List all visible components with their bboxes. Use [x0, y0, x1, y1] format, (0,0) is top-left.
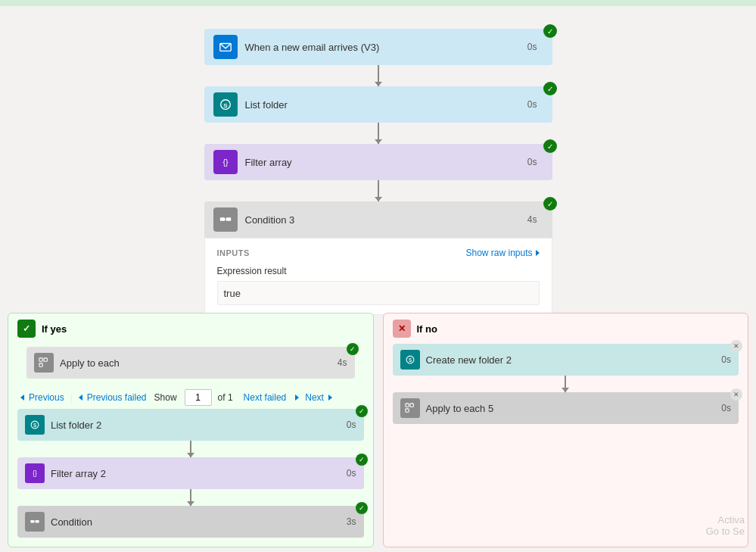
filterarray2-time: 0s [347, 468, 356, 479]
show-label: Show [154, 392, 177, 403]
node-email[interactable]: When a new email arrives (V3) 0s ✓ [204, 29, 552, 65]
if-no-node-1-wrapper: S Create new folder 2 0s ✕ [393, 344, 739, 376]
condition3-node-label: Condition 3 [245, 214, 520, 226]
filterarray2-label: Filter array 2 [51, 468, 341, 479]
node-applytoeach5[interactable]: Apply to each 5 0s [393, 392, 739, 424]
listfolder-node-check: ✓ [543, 82, 557, 95]
top-bar [0, 0, 756, 6]
next-button[interactable]: Next [305, 392, 324, 403]
node-condition3[interactable]: Condition 3 4s ✓ [204, 201, 552, 238]
sub-connector-1 [190, 441, 191, 457]
applytoeach5-close[interactable]: ✕ [730, 388, 742, 401]
filterarray-node-label: Filter array [245, 157, 520, 168]
connector-1 [378, 65, 379, 86]
applytoeach5-time: 0s [721, 403, 731, 413]
if-yes-icon: ✓ [17, 320, 36, 338]
sub-connector-2 [190, 489, 191, 506]
of-text: of 1 [218, 392, 233, 403]
if-yes-header: ✓ If yes [8, 313, 373, 344]
listfolder2-label: List folder 2 [51, 419, 341, 431]
sharepoint-icon-3: S [400, 350, 420, 370]
if-no-section: ✕ If no S Create new folder 2 [383, 313, 749, 547]
apply-each5-icon [400, 398, 420, 418]
svg-text:S: S [33, 423, 36, 428]
svg-text:S: S [408, 357, 411, 363]
sharepoint-icon-1: S [213, 92, 238, 117]
svg-rect-20 [405, 409, 408, 412]
node-listfolder2[interactable]: S List folder 2 0s ✓ [17, 409, 364, 441]
condition-panel: INPUTS Show raw inputs Expression result… [204, 238, 552, 315]
condition-sub-time: 3s [347, 516, 356, 527]
node-condition-sub[interactable]: Condition 3s ✓ [17, 506, 364, 538]
apply-each-icon [34, 353, 54, 373]
listfolder-node-label: List folder [245, 99, 520, 111]
filterarray-node-check: ✓ [543, 139, 557, 153]
expr-value: true [217, 281, 540, 305]
node-listfolder[interactable]: S List folder 0s ✓ [204, 86, 552, 123]
canvas: When a new email arrives (V3) 0s ✓ S Lis… [0, 6, 756, 552]
svg-rect-19 [410, 404, 413, 407]
condition-sub-icon [25, 512, 45, 532]
condition-sub-check: ✓ [356, 502, 368, 514]
main-flow: When a new email arrives (V3) 0s ✓ S Lis… [204, 29, 552, 315]
condition3-icon [213, 207, 238, 232]
expr-label: Expression result [217, 266, 540, 276]
prev-button[interactable]: Previous [29, 392, 64, 403]
if-yes-label: If yes [42, 323, 67, 335]
pagination-row: Previous | Previous failed Show of 1 Nex… [8, 386, 373, 409]
watermark-line1: Activa [706, 514, 745, 525]
email-node-time: 0s [527, 42, 537, 52]
activate-watermark: Activa Go to Se [706, 514, 745, 537]
filterarray-node-time: 0s [527, 157, 537, 167]
node-createnewfolder2[interactable]: S Create new folder 2 0s [393, 344, 739, 376]
applytoeach5-label: Apply to each 5 [426, 403, 716, 414]
apply-node-time: 4s [338, 357, 347, 368]
bottom-sections: ✓ If yes Apply to each 4s ✓ [8, 313, 748, 547]
svg-text:{}: {} [33, 469, 37, 477]
sub-node-container: S List folder 2 0s ✓ {} Filter array [8, 409, 373, 547]
sharepoint-icon-2: S [25, 415, 45, 435]
watermark-line2: Go to Se [706, 525, 745, 537]
svg-rect-14 [36, 520, 39, 523]
svg-text:{}: {} [222, 157, 229, 167]
prev-chevron-icon [20, 395, 24, 401]
apply-to-each-node[interactable]: Apply to each 4s ✓ [26, 347, 355, 379]
inputs-label: INPUTS [217, 248, 250, 257]
condition-sub-label: Condition [51, 516, 341, 528]
email-node-label: When a new email arrives (V3) [245, 42, 520, 53]
sub-connector-ifno-1 [565, 376, 566, 392]
svg-text:S: S [223, 102, 228, 109]
prev-failed-chevron-icon [79, 395, 82, 401]
svg-rect-9 [39, 363, 42, 366]
prev-failed-button[interactable]: Previous failed [87, 392, 147, 403]
condition3-node-check: ✓ [543, 197, 557, 211]
inputs-header: INPUTS Show raw inputs [217, 248, 540, 258]
next-failed-chevron-icon [295, 395, 299, 401]
svg-rect-8 [44, 358, 47, 361]
pagination-input[interactable] [185, 389, 212, 406]
next-failed-button[interactable]: Next failed [244, 392, 287, 403]
email-node-check: ✓ [543, 24, 557, 38]
filter-icon-1: {} [213, 150, 238, 174]
chevron-right-icon [536, 250, 540, 256]
listfolder2-time: 0s [347, 419, 356, 430]
if-no-node-2-wrapper: Apply to each 5 0s ✕ [393, 392, 739, 424]
createnewfolder2-time: 0s [721, 354, 731, 365]
filter-icon-2: {} [25, 463, 45, 483]
svg-rect-5 [226, 217, 230, 221]
filterarray2-check: ✓ [356, 454, 368, 466]
email-icon [213, 35, 238, 59]
if-no-nodes: S Create new folder 2 0s ✕ [384, 344, 748, 433]
node-filterarray[interactable]: {} Filter array 0s ✓ [204, 144, 552, 180]
svg-rect-4 [219, 217, 224, 221]
node-filterarray2[interactable]: {} Filter array 2 0s ✓ [17, 457, 364, 489]
if-yes-section: ✓ If yes Apply to each 4s ✓ [8, 313, 374, 547]
show-raw-inputs[interactable]: Show raw inputs [465, 248, 539, 258]
apply-node-label: Apply to each [60, 357, 331, 369]
connector-3 [378, 180, 379, 201]
if-no-label: If no [417, 323, 437, 335]
svg-rect-13 [30, 520, 34, 523]
createnewfolder2-close[interactable]: ✕ [730, 340, 742, 352]
connector-2 [378, 123, 379, 144]
svg-rect-7 [39, 358, 42, 361]
